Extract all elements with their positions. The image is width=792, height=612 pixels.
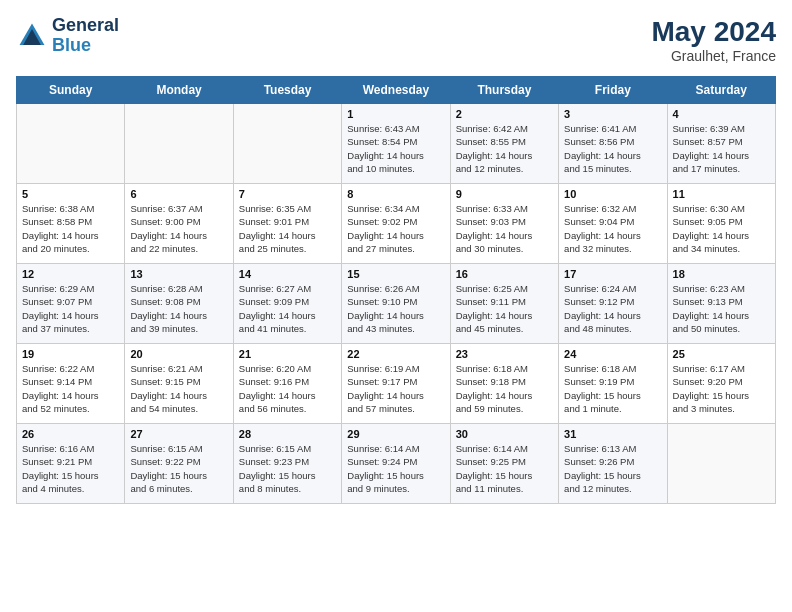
calendar-cell: 10Sunrise: 6:32 AM Sunset: 9:04 PM Dayli…	[559, 184, 667, 264]
day-info: Sunrise: 6:34 AM Sunset: 9:02 PM Dayligh…	[347, 202, 444, 255]
day-number: 12	[22, 268, 119, 280]
calendar-cell: 30Sunrise: 6:14 AM Sunset: 9:25 PM Dayli…	[450, 424, 558, 504]
header-row: SundayMondayTuesdayWednesdayThursdayFrid…	[17, 77, 776, 104]
day-info: Sunrise: 6:15 AM Sunset: 9:23 PM Dayligh…	[239, 442, 336, 495]
calendar-cell	[125, 104, 233, 184]
day-number: 14	[239, 268, 336, 280]
day-number: 15	[347, 268, 444, 280]
day-info: Sunrise: 6:35 AM Sunset: 9:01 PM Dayligh…	[239, 202, 336, 255]
day-number: 16	[456, 268, 553, 280]
week-row-5: 26Sunrise: 6:16 AM Sunset: 9:21 PM Dayli…	[17, 424, 776, 504]
calendar-cell	[667, 424, 775, 504]
calendar-cell: 8Sunrise: 6:34 AM Sunset: 9:02 PM Daylig…	[342, 184, 450, 264]
calendar-cell: 12Sunrise: 6:29 AM Sunset: 9:07 PM Dayli…	[17, 264, 125, 344]
day-number: 22	[347, 348, 444, 360]
calendar-cell: 14Sunrise: 6:27 AM Sunset: 9:09 PM Dayli…	[233, 264, 341, 344]
day-number: 6	[130, 188, 227, 200]
calendar-cell: 1Sunrise: 6:43 AM Sunset: 8:54 PM Daylig…	[342, 104, 450, 184]
calendar-cell: 25Sunrise: 6:17 AM Sunset: 9:20 PM Dayli…	[667, 344, 775, 424]
calendar-cell: 31Sunrise: 6:13 AM Sunset: 9:26 PM Dayli…	[559, 424, 667, 504]
day-number: 13	[130, 268, 227, 280]
logo-line2: Blue	[52, 36, 119, 56]
day-info: Sunrise: 6:24 AM Sunset: 9:12 PM Dayligh…	[564, 282, 661, 335]
calendar-cell: 11Sunrise: 6:30 AM Sunset: 9:05 PM Dayli…	[667, 184, 775, 264]
calendar-cell: 3Sunrise: 6:41 AM Sunset: 8:56 PM Daylig…	[559, 104, 667, 184]
location: Graulhet, France	[651, 48, 776, 64]
calendar-cell: 4Sunrise: 6:39 AM Sunset: 8:57 PM Daylig…	[667, 104, 775, 184]
week-row-2: 5Sunrise: 6:38 AM Sunset: 8:58 PM Daylig…	[17, 184, 776, 264]
day-number: 3	[564, 108, 661, 120]
calendar-cell: 22Sunrise: 6:19 AM Sunset: 9:17 PM Dayli…	[342, 344, 450, 424]
week-row-3: 12Sunrise: 6:29 AM Sunset: 9:07 PM Dayli…	[17, 264, 776, 344]
day-info: Sunrise: 6:22 AM Sunset: 9:14 PM Dayligh…	[22, 362, 119, 415]
day-number: 9	[456, 188, 553, 200]
calendar-cell: 13Sunrise: 6:28 AM Sunset: 9:08 PM Dayli…	[125, 264, 233, 344]
day-number: 30	[456, 428, 553, 440]
day-info: Sunrise: 6:25 AM Sunset: 9:11 PM Dayligh…	[456, 282, 553, 335]
col-header-monday: Monday	[125, 77, 233, 104]
day-info: Sunrise: 6:15 AM Sunset: 9:22 PM Dayligh…	[130, 442, 227, 495]
col-header-friday: Friday	[559, 77, 667, 104]
col-header-wednesday: Wednesday	[342, 77, 450, 104]
day-info: Sunrise: 6:14 AM Sunset: 9:24 PM Dayligh…	[347, 442, 444, 495]
calendar-cell: 7Sunrise: 6:35 AM Sunset: 9:01 PM Daylig…	[233, 184, 341, 264]
calendar-cell: 18Sunrise: 6:23 AM Sunset: 9:13 PM Dayli…	[667, 264, 775, 344]
day-info: Sunrise: 6:32 AM Sunset: 9:04 PM Dayligh…	[564, 202, 661, 255]
day-info: Sunrise: 6:16 AM Sunset: 9:21 PM Dayligh…	[22, 442, 119, 495]
col-header-saturday: Saturday	[667, 77, 775, 104]
day-number: 5	[22, 188, 119, 200]
day-number: 19	[22, 348, 119, 360]
logo: General Blue	[16, 16, 119, 56]
calendar-cell: 29Sunrise: 6:14 AM Sunset: 9:24 PM Dayli…	[342, 424, 450, 504]
calendar-cell: 2Sunrise: 6:42 AM Sunset: 8:55 PM Daylig…	[450, 104, 558, 184]
day-info: Sunrise: 6:33 AM Sunset: 9:03 PM Dayligh…	[456, 202, 553, 255]
day-info: Sunrise: 6:30 AM Sunset: 9:05 PM Dayligh…	[673, 202, 770, 255]
title-block: May 2024 Graulhet, France	[651, 16, 776, 64]
logo-icon	[16, 20, 48, 52]
col-header-sunday: Sunday	[17, 77, 125, 104]
calendar-header: SundayMondayTuesdayWednesdayThursdayFrid…	[17, 77, 776, 104]
calendar-cell: 9Sunrise: 6:33 AM Sunset: 9:03 PM Daylig…	[450, 184, 558, 264]
day-number: 26	[22, 428, 119, 440]
day-number: 4	[673, 108, 770, 120]
day-number: 1	[347, 108, 444, 120]
page-header: General Blue May 2024 Graulhet, France	[16, 16, 776, 64]
day-number: 20	[130, 348, 227, 360]
day-info: Sunrise: 6:20 AM Sunset: 9:16 PM Dayligh…	[239, 362, 336, 415]
day-number: 10	[564, 188, 661, 200]
day-info: Sunrise: 6:39 AM Sunset: 8:57 PM Dayligh…	[673, 122, 770, 175]
day-number: 31	[564, 428, 661, 440]
day-number: 27	[130, 428, 227, 440]
day-number: 23	[456, 348, 553, 360]
day-info: Sunrise: 6:21 AM Sunset: 9:15 PM Dayligh…	[130, 362, 227, 415]
day-info: Sunrise: 6:28 AM Sunset: 9:08 PM Dayligh…	[130, 282, 227, 335]
day-info: Sunrise: 6:23 AM Sunset: 9:13 PM Dayligh…	[673, 282, 770, 335]
day-number: 18	[673, 268, 770, 280]
day-info: Sunrise: 6:38 AM Sunset: 8:58 PM Dayligh…	[22, 202, 119, 255]
calendar-cell: 5Sunrise: 6:38 AM Sunset: 8:58 PM Daylig…	[17, 184, 125, 264]
calendar-table: SundayMondayTuesdayWednesdayThursdayFrid…	[16, 76, 776, 504]
calendar-cell: 27Sunrise: 6:15 AM Sunset: 9:22 PM Dayli…	[125, 424, 233, 504]
day-number: 2	[456, 108, 553, 120]
day-number: 7	[239, 188, 336, 200]
day-info: Sunrise: 6:27 AM Sunset: 9:09 PM Dayligh…	[239, 282, 336, 335]
week-row-1: 1Sunrise: 6:43 AM Sunset: 8:54 PM Daylig…	[17, 104, 776, 184]
calendar-cell: 28Sunrise: 6:15 AM Sunset: 9:23 PM Dayli…	[233, 424, 341, 504]
day-info: Sunrise: 6:43 AM Sunset: 8:54 PM Dayligh…	[347, 122, 444, 175]
day-info: Sunrise: 6:37 AM Sunset: 9:00 PM Dayligh…	[130, 202, 227, 255]
day-number: 8	[347, 188, 444, 200]
day-number: 25	[673, 348, 770, 360]
day-info: Sunrise: 6:29 AM Sunset: 9:07 PM Dayligh…	[22, 282, 119, 335]
day-info: Sunrise: 6:26 AM Sunset: 9:10 PM Dayligh…	[347, 282, 444, 335]
calendar-cell: 20Sunrise: 6:21 AM Sunset: 9:15 PM Dayli…	[125, 344, 233, 424]
calendar-cell	[17, 104, 125, 184]
day-info: Sunrise: 6:18 AM Sunset: 9:19 PM Dayligh…	[564, 362, 661, 415]
calendar-cell: 26Sunrise: 6:16 AM Sunset: 9:21 PM Dayli…	[17, 424, 125, 504]
day-info: Sunrise: 6:19 AM Sunset: 9:17 PM Dayligh…	[347, 362, 444, 415]
calendar-cell: 23Sunrise: 6:18 AM Sunset: 9:18 PM Dayli…	[450, 344, 558, 424]
week-row-4: 19Sunrise: 6:22 AM Sunset: 9:14 PM Dayli…	[17, 344, 776, 424]
col-header-tuesday: Tuesday	[233, 77, 341, 104]
day-number: 28	[239, 428, 336, 440]
day-info: Sunrise: 6:14 AM Sunset: 9:25 PM Dayligh…	[456, 442, 553, 495]
calendar-cell: 17Sunrise: 6:24 AM Sunset: 9:12 PM Dayli…	[559, 264, 667, 344]
